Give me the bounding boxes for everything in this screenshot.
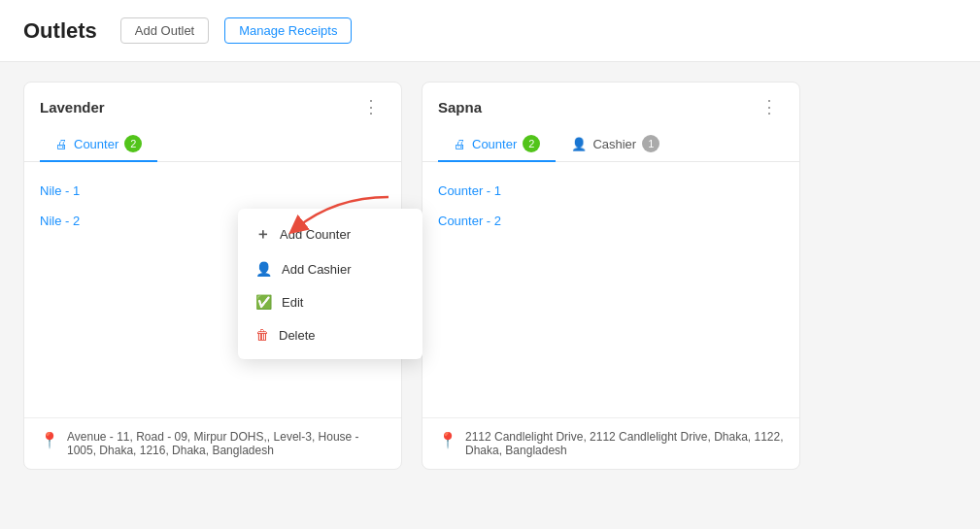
- edit-icon: ✅: [255, 294, 272, 310]
- outlets-content: Lavender ⋮ 🖨 Counter 2 Nile - 1 Nile - 2…: [0, 62, 980, 489]
- tabs-lavender: 🖨 Counter 2: [24, 127, 401, 162]
- outlet-menu-button-sapna[interactable]: ⋮: [755, 96, 784, 117]
- counter-tab-badge-sapna: 2: [523, 135, 540, 152]
- page-header: Outlets Add Outlet Manage Receipts: [0, 0, 980, 62]
- page-title: Outlets: [23, 18, 97, 44]
- delete-icon: 🗑: [255, 327, 269, 343]
- menu-item-delete[interactable]: 🗑 Delete: [238, 318, 422, 351]
- plus-icon: ＋: [255, 225, 270, 244]
- context-dropdown-menu: ＋ Add Counter 👤 Add Cashier ✅ Edit 🗑 Del…: [238, 209, 422, 359]
- outlet-card-sapna: Sapna ⋮ 🖨 Counter 2 👤 Cashier 1 Counter …: [422, 82, 800, 470]
- cashier-tab-badge-sapna: 1: [642, 135, 659, 152]
- counter-tab-icon-lavender: 🖨: [55, 137, 68, 151]
- counter-tab-label-sapna: Counter: [472, 137, 517, 151]
- location-icon-lavender: 📍: [40, 431, 59, 449]
- card-footer-lavender: 📍 Avenue - 11, Road - 09, Mirpur DOHS,, …: [24, 417, 401, 469]
- user-icon: 👤: [255, 261, 272, 277]
- tabs-sapna: 🖨 Counter 2 👤 Cashier 1: [422, 127, 799, 162]
- tab-counter-sapna[interactable]: 🖨 Counter 2: [438, 127, 556, 162]
- counter-tab-icon-sapna: 🖨: [454, 137, 466, 151]
- card-footer-sapna: 📍 2112 Candlelight Drive, 2112 Candlelig…: [422, 417, 799, 469]
- manage-receipts-button[interactable]: Manage Receipts: [224, 17, 352, 44]
- list-item-nile-1[interactable]: Nile - 1: [40, 176, 386, 206]
- outlet-name-lavender: Lavender: [40, 99, 105, 116]
- menu-label-add-counter: Add Counter: [280, 227, 351, 242]
- cashier-tab-label-sapna: Cashier: [592, 137, 636, 151]
- list-item-counter-1[interactable]: Counter - 1: [438, 176, 784, 206]
- list-item-counter-2[interactable]: Counter - 2: [438, 206, 784, 236]
- add-outlet-button[interactable]: Add Outlet: [120, 17, 209, 44]
- outlet-card-lavender: Lavender ⋮ 🖨 Counter 2 Nile - 1 Nile - 2…: [23, 82, 402, 470]
- menu-label-add-cashier: Add Cashier: [282, 262, 352, 277]
- cashier-tab-icon-sapna: 👤: [571, 137, 587, 151]
- card-header-sapna: Sapna ⋮: [422, 83, 799, 127]
- tab-counter-lavender[interactable]: 🖨 Counter 2: [40, 127, 157, 162]
- menu-item-add-cashier[interactable]: 👤 Add Cashier: [238, 252, 422, 285]
- counter-tab-label-lavender: Counter: [74, 137, 118, 151]
- outlet-menu-button-lavender[interactable]: ⋮: [356, 96, 386, 117]
- outlet-name-sapna: Sapna: [438, 99, 482, 116]
- menu-label-edit: Edit: [282, 295, 303, 310]
- menu-label-delete: Delete: [279, 328, 316, 343]
- card-header-lavender: Lavender ⋮: [24, 83, 401, 127]
- card-body-sapna: Counter - 1 Counter - 2: [422, 162, 799, 417]
- menu-item-edit[interactable]: ✅ Edit: [238, 285, 422, 318]
- address-lavender: Avenue - 11, Road - 09, Mirpur DOHS,, Le…: [67, 430, 386, 457]
- location-icon-sapna: 📍: [438, 431, 457, 449]
- tab-cashier-sapna[interactable]: 👤 Cashier 1: [556, 127, 675, 162]
- menu-item-add-counter[interactable]: ＋ Add Counter: [238, 216, 422, 252]
- address-sapna: 2112 Candlelight Drive, 2112 Candlelight…: [465, 430, 784, 457]
- counter-tab-badge-lavender: 2: [124, 135, 142, 152]
